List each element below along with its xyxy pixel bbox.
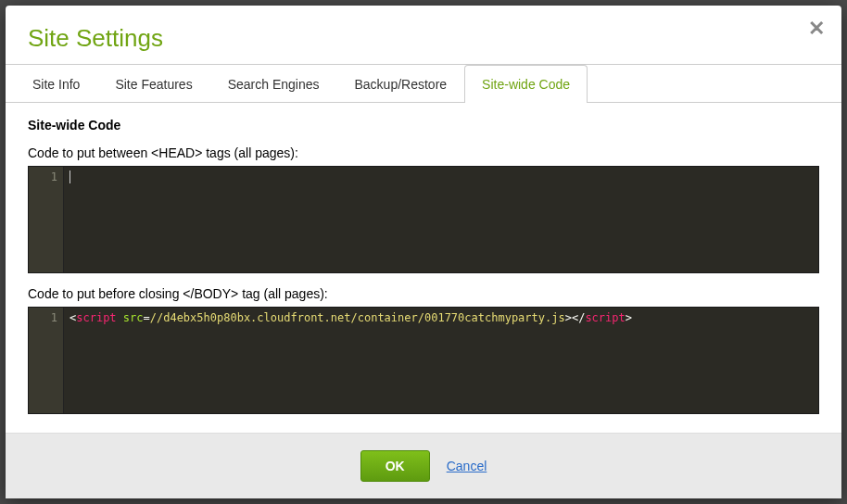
gutter-body: 1 (29, 308, 64, 413)
line-number: 1 (31, 311, 57, 324)
tabs-bar: Site Info Site Features Search Engines B… (6, 64, 841, 103)
head-code-area[interactable] (64, 167, 818, 272)
section-title: Site-wide Code (28, 118, 819, 132)
tab-site-info[interactable]: Site Info (15, 65, 97, 103)
close-icon[interactable]: ✕ (808, 19, 825, 39)
body-code-area[interactable]: <script src=//d4ebx5h0p80bx.cloudfront.n… (64, 308, 818, 413)
gutter-head: 1 (29, 167, 64, 272)
line-number: 1 (31, 170, 57, 183)
cancel-button[interactable]: Cancel (447, 459, 487, 473)
tab-backup-restore[interactable]: Backup/Restore (336, 65, 464, 103)
modal-body: Site-wide Code Code to put between <HEAD… (6, 103, 841, 433)
tab-site-wide-code[interactable]: Site-wide Code (464, 65, 588, 103)
head-code-editor[interactable]: 1 (28, 166, 819, 273)
tab-site-features[interactable]: Site Features (97, 65, 209, 103)
tab-search-engines[interactable]: Search Engines (210, 65, 337, 103)
body-code-editor[interactable]: 1 <script src=//d4ebx5h0p80bx.cloudfront… (28, 307, 819, 414)
body-code-label: Code to put before closing </BODY> tag (… (28, 286, 819, 301)
head-code-label: Code to put between <HEAD> tags (all pag… (28, 145, 819, 160)
modal-title: Site Settings (28, 24, 819, 53)
settings-modal: Site Settings ✕ Site Info Site Features … (6, 6, 841, 498)
ok-button[interactable]: OK (360, 450, 430, 482)
text-cursor (70, 170, 70, 183)
modal-footer: OK Cancel (6, 433, 841, 498)
modal-header: Site Settings ✕ (6, 6, 841, 65)
